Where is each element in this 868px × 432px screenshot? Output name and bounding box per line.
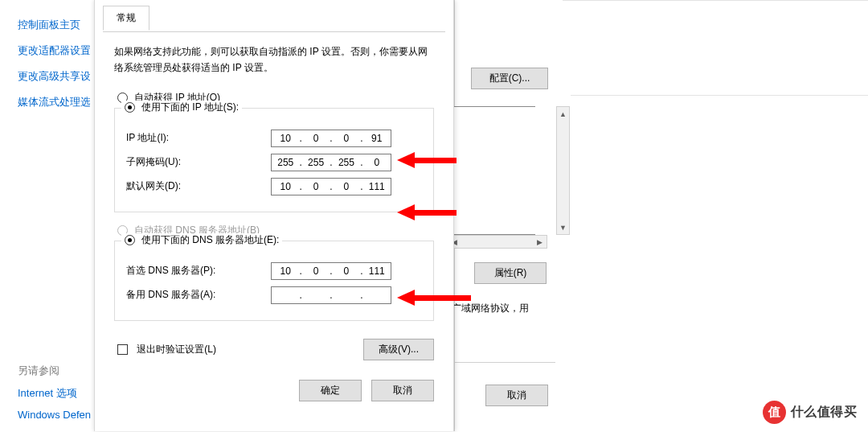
control-panel-sidebar: 控制面板主页 更改适配器设置 更改高级共享设置 媒体流式处理选项 bbox=[18, 18, 90, 121]
see-also-heading: 另请参阅 bbox=[18, 364, 106, 378]
static-dns-group: 使用下面的 DNS 服务器地址(E): 首选 DNS 服务器(P): 10. 0… bbox=[114, 241, 434, 321]
radio-icon[interactable] bbox=[125, 235, 135, 245]
ipv4-properties-dialog: 常规 如果网络支持此功能，则可以获取自动指派的 IP 设置。否则，你需要从网络系… bbox=[94, 0, 454, 431]
radio-use-dns-label: 使用下面的 DNS 服务器地址(E): bbox=[141, 233, 279, 247]
ip-address-input[interactable]: 10. 0. 0. 91 bbox=[271, 130, 391, 147]
horizontal-scrollbar[interactable]: ◀ ▶ bbox=[447, 235, 547, 249]
protocol-description-fragment: 广域网络协议，用 bbox=[452, 302, 548, 315]
link-windows-defender[interactable]: Windows Defen bbox=[18, 409, 106, 421]
label-ip-address: IP 地址(I): bbox=[126, 131, 271, 145]
intro-text: 如果网络支持此功能，则可以获取自动指派的 IP 设置。否则，你需要从网络系统管理… bbox=[114, 43, 434, 76]
smzdm-badge-icon: 值 bbox=[763, 401, 786, 424]
link-internet-options[interactable]: Internet 选项 bbox=[18, 386, 106, 401]
scroll-right-icon[interactable]: ▶ bbox=[533, 236, 547, 248]
cp-link-home[interactable]: 控制面板主页 bbox=[18, 18, 90, 32]
protocol-list[interactable] bbox=[447, 106, 535, 235]
radio-use-ip[interactable]: 使用下面的 IP 地址(S): bbox=[121, 101, 242, 114]
advanced-button[interactable]: 高级(V)... bbox=[363, 339, 434, 360]
cp-link-sharing[interactable]: 更改高级共享设置 bbox=[18, 69, 90, 84]
ok-button[interactable]: 确定 bbox=[299, 380, 362, 401]
vertical-scrollbar[interactable]: ▲ ▼ bbox=[556, 106, 570, 235]
tab-general[interactable]: 常规 bbox=[103, 6, 149, 31]
properties-button[interactable]: 属性(R) bbox=[474, 262, 547, 284]
radio-use-dns[interactable]: 使用下面的 DNS 服务器地址(E): bbox=[121, 233, 282, 247]
tab-bar: 常规 bbox=[103, 5, 445, 32]
cp-link-streaming[interactable]: 媒体流式处理选项 bbox=[18, 95, 90, 109]
smzdm-watermark: 值 什么值得买 bbox=[763, 401, 858, 424]
validate-on-exit-checkbox[interactable]: 退出时验证设置(L) bbox=[117, 343, 216, 356]
radio-use-ip-label: 使用下面的 IP 地址(S): bbox=[141, 101, 239, 114]
cp-link-adapters[interactable]: 更改适配器设置 bbox=[18, 43, 90, 58]
configure-button[interactable]: 配置(C)... bbox=[471, 68, 548, 89]
alternate-dns-input[interactable]: . . . bbox=[271, 286, 391, 304]
adapter-properties-dialog: 配置(C)... ▲ ▼ ◀ ▶ 属性(R) 广域网络协议，用 取消 bbox=[454, 0, 559, 431]
label-default-gateway: 默认网关(D): bbox=[126, 179, 271, 193]
checkbox-icon[interactable] bbox=[117, 344, 128, 355]
validate-on-exit-label: 退出时验证设置(L) bbox=[137, 344, 216, 355]
preferred-dns-input[interactable]: 10. 0. 0. 111 bbox=[271, 262, 391, 280]
static-ip-group: 使用下面的 IP 地址(S): IP 地址(I): 10. 0. 0. 91 子… bbox=[114, 108, 434, 212]
scroll-up-icon[interactable]: ▲ bbox=[557, 107, 569, 121]
scroll-down-icon[interactable]: ▼ bbox=[557, 220, 569, 234]
label-alternate-dns: 备用 DNS 服务器(A): bbox=[126, 288, 271, 302]
label-preferred-dns: 首选 DNS 服务器(P): bbox=[126, 264, 271, 278]
label-subnet-mask: 子网掩码(U): bbox=[126, 155, 271, 169]
back-cancel-button[interactable]: 取消 bbox=[485, 385, 548, 406]
smzdm-watermark-text: 什么值得买 bbox=[791, 404, 858, 421]
radio-icon[interactable] bbox=[125, 102, 135, 113]
subnet-mask-input[interactable]: 255. 255. 255. 0 bbox=[271, 154, 391, 171]
default-gateway-input[interactable]: 10. 0. 0. 111 bbox=[271, 178, 391, 195]
cancel-button[interactable]: 取消 bbox=[371, 380, 434, 401]
see-also-section: 另请参阅 Internet 选项 Windows Defen bbox=[18, 364, 106, 429]
